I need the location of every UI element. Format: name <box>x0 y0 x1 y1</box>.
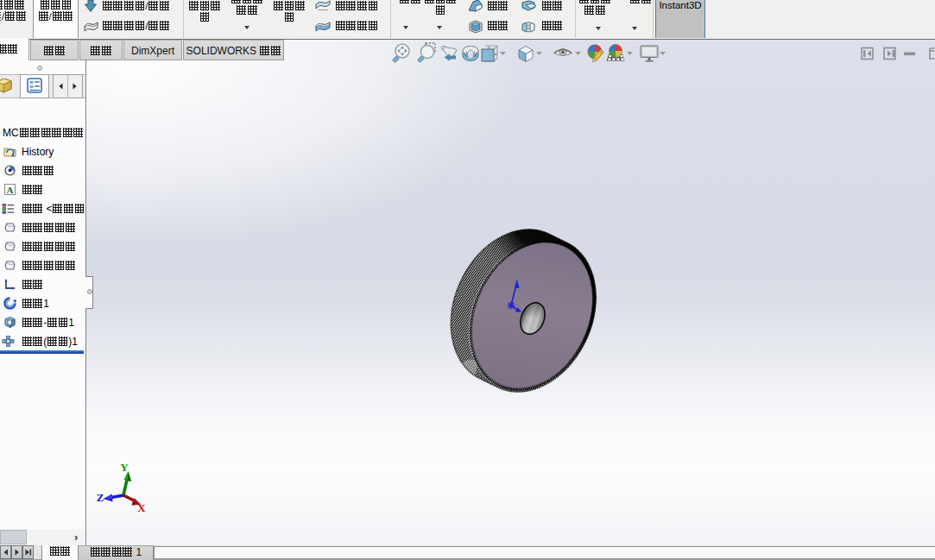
svg-text:Z: Z <box>97 491 104 504</box>
svg-text:Y: Y <box>120 461 129 474</box>
svg-text:X: X <box>137 501 146 514</box>
svg-text:A: A <box>7 185 14 195</box>
